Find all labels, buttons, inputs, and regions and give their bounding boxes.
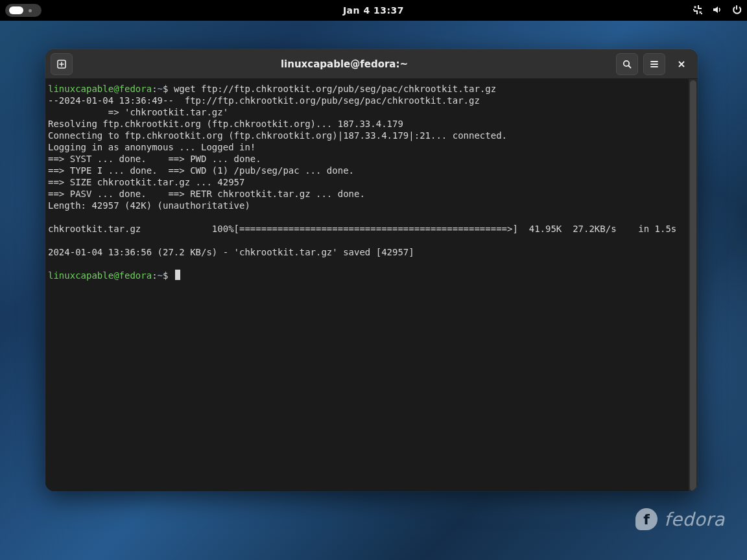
prompt-path: ~ [158, 84, 163, 94]
output-line: => 'chkrootkit.tar.gz' [48, 107, 228, 117]
output-line: 2024-01-04 13:36:56 (27.2 KB/s) - 'chkro… [48, 247, 414, 257]
prompt-user: linuxcapable@fedora [48, 270, 152, 281]
gnome-top-bar: Jan 4 13:37 [0, 0, 747, 21]
terminal-output[interactable]: linuxcapable@fedora:~$ wget ftp://ftp.ch… [45, 79, 689, 491]
output-line: ==> TYPE I ... done. ==> CWD (1) /pub/se… [48, 165, 354, 176]
output-line: --2024-01-04 13:36:49-- ftp://ftp.chkroo… [48, 95, 480, 106]
output-line: chkrootkit.tar.gz 100%[=================… [48, 224, 676, 234]
terminal-scrollbar[interactable] [689, 79, 698, 491]
network-icon [693, 5, 703, 17]
prompt-sep: : [152, 270, 157, 281]
prompt-sep: : [152, 84, 157, 94]
menu-button[interactable] [643, 53, 665, 75]
workspace-indicator-dot [29, 9, 32, 12]
fedora-logo-icon: f [635, 508, 658, 530]
new-tab-button[interactable] [51, 53, 73, 75]
terminal-body-wrap: linuxcapable@fedora:~$ wget ftp://ftp.ch… [45, 79, 698, 491]
header-bar: linuxcapable@fedora:~ [45, 49, 698, 79]
output-line: Logging in as anonymous ... Logged in! [48, 142, 255, 152]
power-icon [731, 5, 742, 17]
output-line: Length: 42957 (42K) (unauthoritative) [48, 200, 250, 211]
system-tray[interactable] [693, 5, 742, 17]
close-button[interactable] [670, 53, 693, 75]
activities-pill[interactable] [5, 4, 42, 17]
volume-icon [712, 5, 722, 17]
fedora-wordmark: fedora [664, 509, 725, 530]
search-button[interactable] [616, 53, 638, 75]
output-line: ==> PASV ... done. ==> RETR chkrootkit.t… [48, 189, 365, 199]
output-line: Connecting to ftp.chkrootkit.org (ftp.ch… [48, 130, 507, 141]
command-text: wget ftp://ftp.chkrootkit.org/pub/seg/pa… [168, 84, 496, 94]
output-line: ==> SIZE chkrootkit.tar.gz ... 42957 [48, 177, 244, 187]
prompt-sigil: $ [163, 270, 168, 281]
prompt-path: ~ [158, 270, 163, 281]
workspace-indicator-active [9, 6, 23, 14]
fedora-watermark: f fedora [635, 508, 725, 530]
terminal-window: linuxcapable@fedora:~ linuxcapable@fedor… [45, 49, 698, 491]
clock[interactable]: Jan 4 13:37 [343, 5, 404, 16]
output-line: ==> SYST ... done. ==> PWD ... done. [48, 154, 261, 164]
cursor [175, 270, 180, 280]
prompt-user: linuxcapable@fedora [48, 84, 152, 94]
output-line: Resolving ftp.chkrootkit.org (ftp.chkroo… [48, 119, 403, 129]
scrollbar-thumb[interactable] [690, 80, 696, 491]
window-title: linuxcapable@fedora:~ [78, 58, 611, 70]
